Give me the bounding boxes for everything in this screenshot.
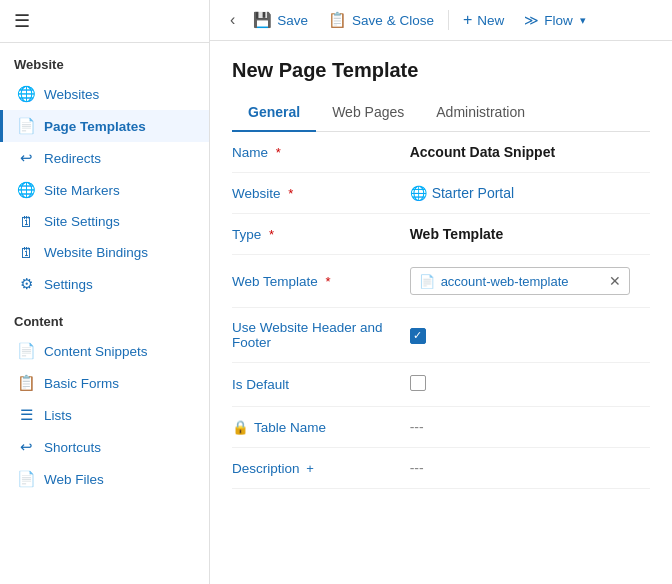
required-asterisk: * [288,186,293,201]
content-snippets-icon: 📄 [17,342,35,360]
flow-chevron-icon: ▾ [580,14,586,27]
flow-icon: ≫ [524,12,539,28]
field-label-description: Description + [232,448,410,489]
sidebar-section-label-content: Content [0,300,209,335]
sidebar-section-content: Content 📄 Content Snippets 📋 Basic Forms… [0,300,209,495]
page-title: New Page Template [232,59,650,82]
sidebar-item-site-settings[interactable]: 🗓 Site Settings [0,206,209,237]
sidebar-item-label: Content Snippets [44,344,148,359]
save-close-button[interactable]: 📋 Save & Close [320,6,442,34]
sidebar-item-label: Lists [44,408,72,423]
save-label: Save [277,13,308,28]
field-row-type: Type * Web Template [232,214,650,255]
sidebar-section-website: Website 🌐 Websites 📄 Page Templates ↩ Re… [0,43,209,300]
web-files-icon: 📄 [17,470,35,488]
field-row-header-footer: Use Website Header and Footer ✓ [232,308,650,363]
sidebar-item-site-markers[interactable]: 🌐 Site Markers [0,174,209,206]
sidebar-item-label: Basic Forms [44,376,119,391]
hamburger-icon[interactable]: ☰ [14,10,30,32]
save-icon: 💾 [253,11,272,29]
field-row-website: Website * 🌐 Starter Portal [232,173,650,214]
sidebar-item-label: Site Settings [44,214,120,229]
field-label-type: Type * [232,214,410,255]
sidebar-item-label: Page Templates [44,119,146,134]
tab-web-pages[interactable]: Web Pages [316,96,420,132]
field-row-description: Description + --- [232,448,650,489]
page-content: New Page Template General Web Pages Admi… [210,41,672,584]
field-value-header-footer: ✓ [410,308,650,363]
field-value-table-name: --- [410,407,650,448]
sidebar-item-label: Site Markers [44,183,120,198]
sidebar-item-website-bindings[interactable]: 🗓 Website Bindings [0,237,209,268]
sidebar-item-websites[interactable]: 🌐 Websites [0,78,209,110]
clear-icon[interactable]: ✕ [609,273,621,289]
field-value-name: Account Data Snippet [410,132,650,173]
new-button[interactable]: + New [455,6,512,34]
sidebar-item-basic-forms[interactable]: 📋 Basic Forms [0,367,209,399]
toolbar: ‹ 💾 Save 📋 Save & Close + New ≫ Flow ▾ [210,0,672,41]
sidebar-item-settings[interactable]: ⚙ Settings [0,268,209,300]
site-settings-icon: 🗓 [17,213,35,230]
website-value: Starter Portal [432,185,514,201]
field-value-web-template: 📄 account-web-template ✕ [410,255,650,308]
website-bindings-icon: 🗓 [17,244,35,261]
checkbox-header-footer[interactable]: ✓ [410,328,426,344]
field-row-is-default: Is Default [232,363,650,407]
tab-administration[interactable]: Administration [420,96,541,132]
web-template-input[interactable]: 📄 account-web-template ✕ [410,267,630,295]
form-table: Name * Account Data Snippet Website * 🌐 … [232,132,650,489]
checkbox-is-default[interactable] [410,375,426,391]
flow-label: Flow [544,13,573,28]
field-row-web-template: Web Template * 📄 account-web-template ✕ [232,255,650,308]
new-label: New [477,13,504,28]
sidebar-item-web-files[interactable]: 📄 Web Files [0,463,209,495]
document-icon: 📄 [419,274,435,289]
field-label-name: Name * [232,132,410,173]
lists-icon: ☰ [17,406,35,424]
sidebar-item-page-templates[interactable]: 📄 Page Templates [0,110,209,142]
field-value-description: --- [410,448,650,489]
sidebar-item-label: Shortcuts [44,440,101,455]
save-close-label: Save & Close [352,13,434,28]
basic-forms-icon: 📋 [17,374,35,392]
flow-button[interactable]: ≫ Flow ▾ [516,7,594,33]
sidebar-section-label-website: Website [0,43,209,78]
field-value-type: Web Template [410,214,650,255]
field-label-is-default: Is Default [232,363,410,407]
settings-icon: ⚙ [17,275,35,293]
sidebar-item-label: Settings [44,277,93,292]
field-row-table-name: 🔒 Table Name --- [232,407,650,448]
sidebar-item-label: Web Files [44,472,104,487]
tab-bar: General Web Pages Administration [232,96,650,132]
globe-icon: 🌐 [410,185,427,201]
required-asterisk: * [276,145,281,160]
field-value-website: 🌐 Starter Portal [410,173,650,214]
tab-general[interactable]: General [232,96,316,132]
globe-icon: 🌐 [17,85,35,103]
sidebar-item-label: Redirects [44,151,101,166]
sidebar-item-redirects[interactable]: ↩ Redirects [0,142,209,174]
sidebar-item-shortcuts[interactable]: ↩ Shortcuts [0,431,209,463]
save-button[interactable]: 💾 Save [245,6,316,34]
web-template-text: account-web-template [441,274,603,289]
new-icon: + [463,11,472,29]
toolbar-divider [448,10,449,30]
sidebar: ☰ Website 🌐 Websites 📄 Page Templates ↩ … [0,0,210,584]
save-close-icon: 📋 [328,11,347,29]
sidebar-header: ☰ [0,0,209,43]
sidebar-item-label: Website Bindings [44,245,148,260]
page-template-icon: 📄 [17,117,35,135]
field-label-table-name: 🔒 Table Name [232,407,410,448]
field-value-is-default [410,363,650,407]
website-link[interactable]: 🌐 Starter Portal [410,185,640,201]
sidebar-item-content-snippets[interactable]: 📄 Content Snippets [0,335,209,367]
lock-icon: 🔒 [232,419,249,435]
sidebar-item-lists[interactable]: ☰ Lists [0,399,209,431]
required-asterisk: * [326,274,331,289]
redirect-icon: ↩ [17,149,35,167]
field-label-web-template: Web Template * [232,255,410,308]
back-button[interactable]: ‹ [224,7,241,33]
main-content: ‹ 💾 Save 📋 Save & Close + New ≫ Flow ▾ N… [210,0,672,584]
field-label-website: Website * [232,173,410,214]
site-markers-icon: 🌐 [17,181,35,199]
